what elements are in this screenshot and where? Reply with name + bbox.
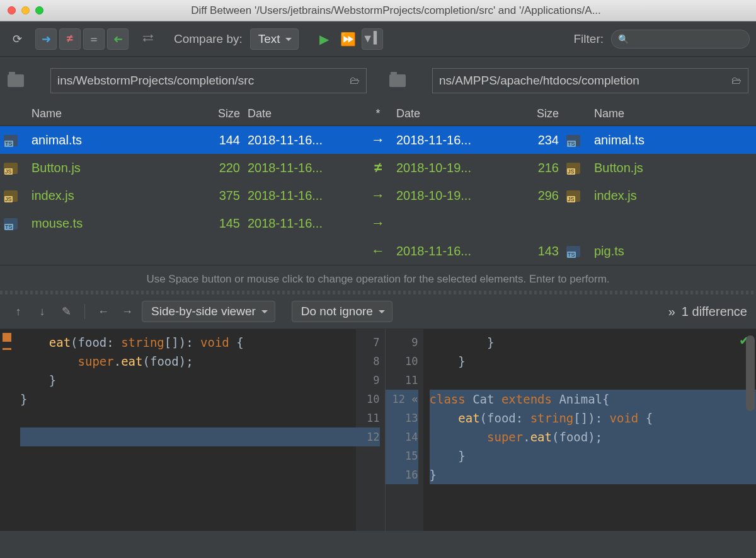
file-size-left: 220 xyxy=(193,154,244,182)
nav-back-button[interactable]: ← xyxy=(94,302,113,321)
edit-button[interactable]: ✎ xyxy=(57,302,76,321)
copy-right-button[interactable]: ➜ xyxy=(35,28,57,50)
file-icon xyxy=(4,190,18,202)
file-date-left: 2018-11-16... xyxy=(244,154,364,182)
code-line[interactable]: } xyxy=(430,352,757,371)
table-row[interactable]: index.js3752018-11-16...→2018-10-19...29… xyxy=(0,182,756,209)
file-date-right xyxy=(392,209,512,237)
filter-input[interactable]: 🔍 xyxy=(611,30,750,49)
minimize-window-button[interactable] xyxy=(21,6,30,15)
file-icon xyxy=(566,246,580,257)
file-name-right: index.js xyxy=(594,189,637,202)
operation-cell[interactable]: → xyxy=(364,126,392,154)
col-name-right[interactable]: Name xyxy=(590,102,756,126)
table-row[interactable]: animal.ts1442018-11-16...→2018-11-16...2… xyxy=(0,126,756,154)
code-line[interactable]: class Cat extends Animal{ xyxy=(430,390,757,409)
browse-left-icon[interactable]: 🗁 xyxy=(350,75,360,86)
file-size-right: 216 xyxy=(512,154,563,182)
file-name-right: pig.ts xyxy=(594,244,624,258)
file-date-right: 2018-11-16... xyxy=(392,237,512,265)
file-icon xyxy=(566,163,580,174)
diff-toolbar: ↑ ↓ ✎ ← → Side-by-side viewer Do not ign… xyxy=(0,294,756,329)
right-path-field[interactable]: ns/AMPPS/apache/htdocs/completion 🗁 xyxy=(432,68,748,93)
file-name-left: mouse.ts xyxy=(32,216,83,230)
folder-icon xyxy=(8,74,24,87)
window-titlebar: Diff Between '/Users/jetbrains/WebstormP… xyxy=(0,0,756,21)
operation-cell[interactable]: ≠ xyxy=(364,154,392,182)
file-icon xyxy=(4,218,18,230)
nav-forward-button[interactable]: → xyxy=(118,302,137,321)
file-size-left: 144 xyxy=(193,126,244,154)
file-date-left: 2018-11-16... xyxy=(244,126,364,154)
file-size-left xyxy=(193,237,244,265)
file-name-right: Button.js xyxy=(594,161,643,175)
filter-button[interactable]: ▼▍ xyxy=(362,28,383,50)
compare-by-select[interactable]: Text xyxy=(250,28,299,50)
code-line[interactable]: super.eat(food); xyxy=(20,352,356,371)
window-title: Diff Between '/Users/jetbrains/WebstormP… xyxy=(43,4,748,17)
table-header-row: Name Size Date * Date Size Name xyxy=(0,102,756,126)
col-operation[interactable]: * xyxy=(364,102,392,126)
right-editor-pane[interactable]: 9101112 «13141516 } }class Cat extends A… xyxy=(386,329,757,531)
operation-cell[interactable]: → xyxy=(364,182,392,209)
zoom-window-button[interactable] xyxy=(35,6,43,15)
compare-equal-button[interactable]: ＝ xyxy=(83,28,105,50)
refresh-button[interactable]: ⟳ xyxy=(6,28,28,50)
code-line[interactable]: } xyxy=(430,446,757,465)
prev-diff-button[interactable]: ↑ xyxy=(9,302,28,321)
file-size-left: 375 xyxy=(193,182,244,209)
file-size-right: 143 xyxy=(512,237,563,265)
compare-by-label: Compare by: xyxy=(174,32,243,46)
file-icon xyxy=(4,163,18,174)
col-date-right[interactable]: Date xyxy=(392,102,512,126)
diff-count-label: 1 difference xyxy=(682,305,747,319)
swap-sides-button[interactable]: ⮂ xyxy=(137,28,159,50)
main-toolbar: ⟳ ➜ ≠ ＝ ➜ ⮂ Compare by: Text ▶ ⏩ ▼▍ Filt… xyxy=(0,21,756,57)
left-editor-pane[interactable]: eat(food: string[]): void { super.eat(fo… xyxy=(0,329,386,531)
col-name-left[interactable]: Name xyxy=(28,102,193,126)
diff-panes: ✔ eat(food: string[]): void { super.eat(… xyxy=(0,329,756,531)
code-line[interactable]: super.eat(food); xyxy=(430,427,757,446)
code-line[interactable]: } xyxy=(430,465,757,484)
code-line[interactable] xyxy=(20,409,356,427)
operation-cell[interactable]: ← xyxy=(364,237,392,265)
compare-diff-button[interactable]: ≠ xyxy=(59,28,81,50)
left-path-field[interactable]: ins/WebstormProjects/completion/src 🗁 xyxy=(50,68,367,93)
run-all-button[interactable]: ⏩ xyxy=(338,28,359,50)
code-line[interactable]: eat(food: string[]): void { xyxy=(430,409,757,427)
file-diff-table: Name Size Date * Date Size Name animal.t… xyxy=(0,102,756,265)
left-path-text: ins/WebstormProjects/completion/src xyxy=(57,74,345,88)
code-line[interactable]: } xyxy=(430,333,757,352)
diff-count-chevron: » xyxy=(668,305,675,319)
code-line[interactable]: } xyxy=(20,390,356,409)
table-row[interactable]: Button.js2202018-11-16...≠2018-10-19...2… xyxy=(0,154,756,182)
ignore-mode-select[interactable]: Do not ignore xyxy=(292,301,392,322)
path-row: ins/WebstormProjects/completion/src 🗁 ns… xyxy=(0,57,756,102)
right-scrollbar[interactable] xyxy=(746,329,755,531)
col-size-left[interactable]: Size xyxy=(193,102,244,126)
filter-label: Filter: xyxy=(574,32,604,46)
viewer-mode-value: Side-by-side viewer xyxy=(151,305,256,318)
search-icon: 🔍 xyxy=(618,34,629,44)
code-line[interactable] xyxy=(20,427,356,446)
code-line[interactable]: } xyxy=(20,371,356,390)
table-row[interactable]: ←2018-11-16...143pig.ts xyxy=(0,237,756,265)
operation-cell[interactable]: → xyxy=(364,209,392,237)
viewer-mode-select[interactable]: Side-by-side viewer xyxy=(142,301,275,322)
folder-icon xyxy=(389,74,406,87)
left-line-gutter: 789101112 xyxy=(356,329,385,531)
separator xyxy=(84,304,85,319)
close-window-button[interactable] xyxy=(8,6,16,15)
col-size-right[interactable]: Size xyxy=(512,102,563,126)
copy-left-button[interactable]: ➜ xyxy=(107,28,129,50)
run-compare-button[interactable]: ▶ xyxy=(314,28,335,50)
col-date-left[interactable]: Date xyxy=(244,102,364,126)
table-row[interactable]: mouse.ts1452018-11-16...→ xyxy=(0,209,756,237)
right-path-text: ns/AMPPS/apache/htdocs/completion xyxy=(439,74,726,88)
code-line[interactable]: eat(food: string[]): void { xyxy=(20,333,356,352)
code-line[interactable] xyxy=(430,371,757,390)
browse-right-icon[interactable]: 🗁 xyxy=(731,75,742,86)
file-date-right: 2018-10-19... xyxy=(392,182,512,209)
next-diff-button[interactable]: ↓ xyxy=(33,302,52,321)
file-date-right: 2018-11-16... xyxy=(392,126,512,154)
